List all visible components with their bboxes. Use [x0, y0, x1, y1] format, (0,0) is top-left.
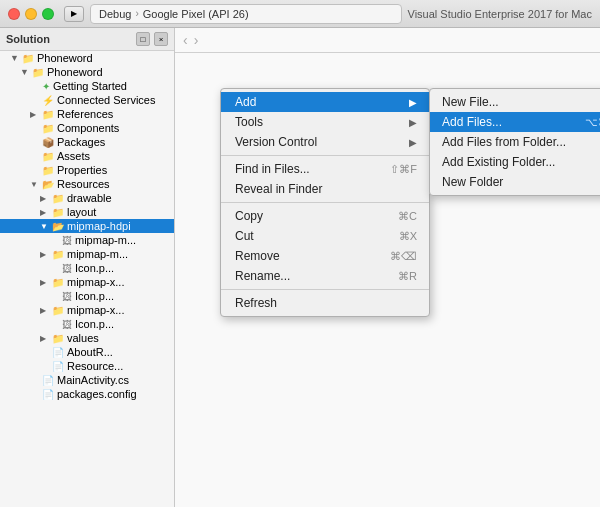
menu-item-add[interactable]: Add ▶ [221, 92, 429, 112]
submenu-item-new-folder[interactable]: New Folder [430, 172, 600, 192]
sidebar-icon-btn-1[interactable]: □ [136, 32, 150, 46]
assets-icon: 📁 [42, 151, 54, 162]
menu-item-reveal[interactable]: Reveal in Finder [221, 179, 429, 199]
getting-started-icon: ✦ [42, 81, 50, 92]
title-bar: ▶ Debug › Google Pixel (API 26) Visual S… [0, 0, 600, 28]
list-item[interactable]: 🖼 Icon.p... [0, 289, 174, 303]
shortcut-add-files: ⌥⌘A [585, 116, 600, 129]
tree-label: Resource... [67, 360, 123, 372]
tree-label: layout [67, 206, 96, 218]
debug-label: Debug [99, 8, 131, 20]
list-item[interactable]: ▶ 📁 mipmap-x... [0, 303, 174, 317]
minimize-button[interactable] [25, 8, 37, 20]
list-item[interactable]: 📄 AboutR... [0, 345, 174, 359]
context-menu: Add ▶ Tools ▶ Version Control ▶ Find in … [220, 88, 430, 317]
tree-label: mipmap-m... [75, 234, 136, 246]
file-icon: 🖼 [62, 291, 72, 302]
shortcut-cut: ⌘X [399, 230, 417, 243]
tree-label: mipmap-m... [67, 248, 128, 260]
tree-label: Components [57, 122, 119, 134]
breadcrumb: Debug › Google Pixel (API 26) [90, 4, 402, 24]
close-button[interactable] [8, 8, 20, 20]
list-item[interactable]: ▼ 📂 Resources [0, 177, 174, 191]
sidebar-icon-btn-2[interactable]: × [154, 32, 168, 46]
list-item[interactable]: 📁 Assets [0, 149, 174, 163]
menu-item-label: Remove [235, 249, 280, 263]
list-item[interactable]: 📁 Components [0, 121, 174, 135]
menu-item-tools[interactable]: Tools ▶ [221, 112, 429, 132]
shortcut-remove: ⌘⌫ [390, 250, 417, 263]
list-item[interactable]: ✦ Getting Started [0, 79, 174, 93]
list-item[interactable]: 📦 Packages [0, 135, 174, 149]
shortcut-rename: ⌘R [398, 270, 417, 283]
menu-item-label: Rename... [235, 269, 290, 283]
menu-item-label: Add [235, 95, 256, 109]
list-item[interactable]: 📄 Resource... [0, 359, 174, 373]
list-item[interactable]: 🖼 mipmap-m... [0, 233, 174, 247]
list-item[interactable]: ▶ 📁 layout [0, 205, 174, 219]
menu-item-remove[interactable]: Remove ⌘⌫ [221, 246, 429, 266]
menu-item-refresh[interactable]: Refresh [221, 293, 429, 313]
properties-icon: 📁 [42, 165, 54, 176]
file-icon: 🖼 [62, 263, 72, 274]
menu-item-label: Cut [235, 229, 254, 243]
tree-root[interactable]: ▼ 📁 Phoneword [0, 51, 174, 65]
menu-item-version-control[interactable]: Version Control ▶ [221, 132, 429, 152]
submenu-arrow-add: ▶ [409, 97, 417, 108]
sidebar-header: Solution □ × [0, 28, 174, 51]
menu-item-label: Find in Files... [235, 162, 310, 176]
traffic-lights [8, 8, 54, 20]
file-icon-cs2: 📄 [52, 361, 64, 372]
list-item[interactable]: 📁 Properties [0, 163, 174, 177]
list-item[interactable]: ▶ 📁 mipmap-m... [0, 247, 174, 261]
tree-label: drawable [67, 192, 112, 204]
list-item[interactable]: 📄 MainActivity.cs [0, 373, 174, 387]
submenu-item-add-from-folder[interactable]: Add Files from Folder... [430, 132, 600, 152]
menu-item-rename[interactable]: Rename... ⌘R [221, 266, 429, 286]
file-icon: 🖼 [62, 319, 72, 330]
submenu-item-add-files[interactable]: Add Files... ⌥⌘A [430, 112, 600, 132]
list-item[interactable]: 🖼 Icon.p... [0, 261, 174, 275]
menu-separator [221, 155, 429, 156]
tree-label: Connected Services [57, 94, 155, 106]
list-item[interactable]: ▶ 📁 References [0, 107, 174, 121]
menu-item-label: Version Control [235, 135, 317, 149]
menu-item-cut[interactable]: Cut ⌘X [221, 226, 429, 246]
file-icon: 🖼 [62, 235, 72, 246]
tree-root-label: Phoneword [37, 52, 93, 64]
shortcut-find: ⇧⌘F [390, 163, 417, 176]
submenu-arrow-tools: ▶ [409, 117, 417, 128]
content-area: ‹ › Add ▶ Tools ▶ Version Control ▶ Fi [175, 28, 600, 507]
drawable-icon: 📁 [52, 193, 64, 204]
play-button[interactable]: ▶ [64, 6, 84, 22]
menu-item-find-in-files[interactable]: Find in Files... ⇧⌘F [221, 159, 429, 179]
packages-icon: 📦 [42, 137, 54, 148]
tree-label: mipmap-x... [67, 304, 124, 316]
app-title: Visual Studio Enterprise 2017 for Mac [408, 8, 592, 20]
back-button[interactable]: ‹ [183, 32, 188, 48]
forward-button[interactable]: › [194, 32, 199, 48]
mipmap-xhdpi-icon: 📁 [52, 277, 64, 288]
tree-label: mipmap-x... [67, 276, 124, 288]
menu-separator [221, 202, 429, 203]
list-item[interactable]: ▶ 📁 drawable [0, 191, 174, 205]
tree-label: mipmap-hdpi [67, 220, 131, 232]
list-item[interactable]: ▶ 📁 mipmap-x... [0, 275, 174, 289]
maximize-button[interactable] [42, 8, 54, 20]
submenu-item-new-file[interactable]: New File... [430, 92, 600, 112]
device-label: Google Pixel (API 26) [143, 8, 249, 20]
list-item-selected[interactable]: ▼ 📂 mipmap-hdpi [0, 219, 174, 233]
submenu-add: New File... Add Files... ⌥⌘A Add Files f… [429, 88, 600, 196]
menu-item-copy[interactable]: Copy ⌘C [221, 206, 429, 226]
submenu-item-add-existing-folder[interactable]: Add Existing Folder... [430, 152, 600, 172]
list-item[interactable]: 🖼 Icon.p... [0, 317, 174, 331]
mainactivity-icon: 📄 [42, 375, 54, 386]
tree-project[interactable]: ▼ 📁 Phoneword [0, 65, 174, 79]
tree-label: Properties [57, 164, 107, 176]
list-item[interactable]: ⚡ Connected Services [0, 93, 174, 107]
list-item[interactable]: 📄 packages.config [0, 387, 174, 401]
menu-item-label: Refresh [235, 296, 277, 310]
mipmap-mdpi-icon: 📁 [52, 249, 64, 260]
menu-item-label: Reveal in Finder [235, 182, 322, 196]
list-item[interactable]: ▶ 📁 values [0, 331, 174, 345]
